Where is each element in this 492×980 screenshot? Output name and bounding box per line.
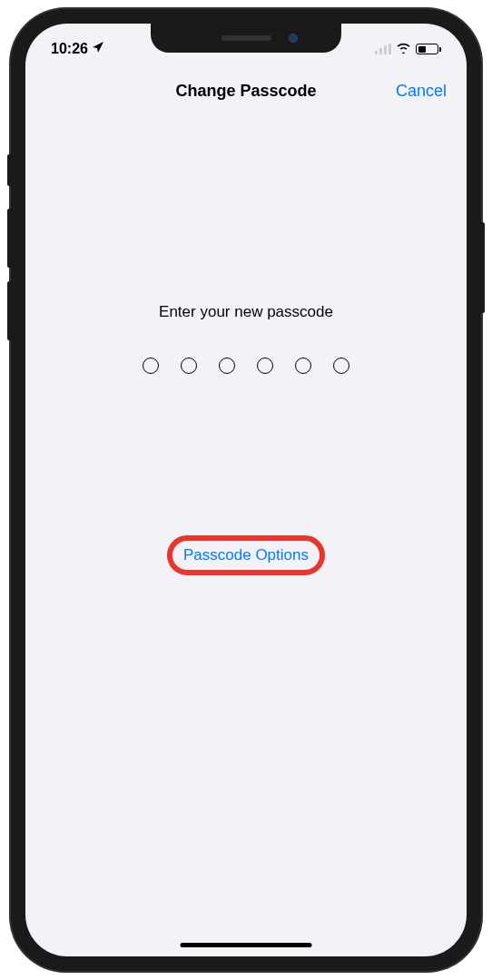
phone-frame: 10:26 <box>11 9 481 971</box>
home-indicator[interactable] <box>181 943 312 947</box>
front-camera <box>289 34 298 43</box>
time-label: 10:26 <box>51 41 88 57</box>
speaker <box>221 35 271 41</box>
options-container: Passcode Options <box>183 546 309 564</box>
wifi-icon <box>396 41 411 57</box>
passcode-dot <box>333 358 349 374</box>
navigation-bar: Change Passcode Cancel <box>25 67 467 114</box>
status-left: 10:26 <box>51 41 104 57</box>
volume-up-button <box>7 209 11 268</box>
power-button <box>481 222 485 313</box>
cancel-button[interactable]: Cancel <box>396 82 447 101</box>
cellular-signal-icon <box>375 44 391 54</box>
prompt-label: Enter your new passcode <box>159 303 333 321</box>
passcode-options-button[interactable]: Passcode Options <box>183 546 309 564</box>
screen: 10:26 <box>25 24 467 956</box>
passcode-dot <box>257 358 273 374</box>
notch <box>151 24 341 53</box>
passcode-dot <box>295 358 311 374</box>
battery-icon <box>416 44 441 54</box>
volume-down-button <box>7 281 11 340</box>
mute-switch <box>7 154 11 186</box>
status-right <box>375 41 441 57</box>
passcode-dot <box>181 358 197 374</box>
passcode-dot <box>143 358 159 374</box>
location-icon <box>92 41 104 57</box>
passcode-input[interactable] <box>143 358 349 374</box>
passcode-dot <box>219 358 235 374</box>
page-title: Change Passcode <box>175 82 316 101</box>
content-area: Enter your new passcode Passcode Options <box>25 114 467 564</box>
